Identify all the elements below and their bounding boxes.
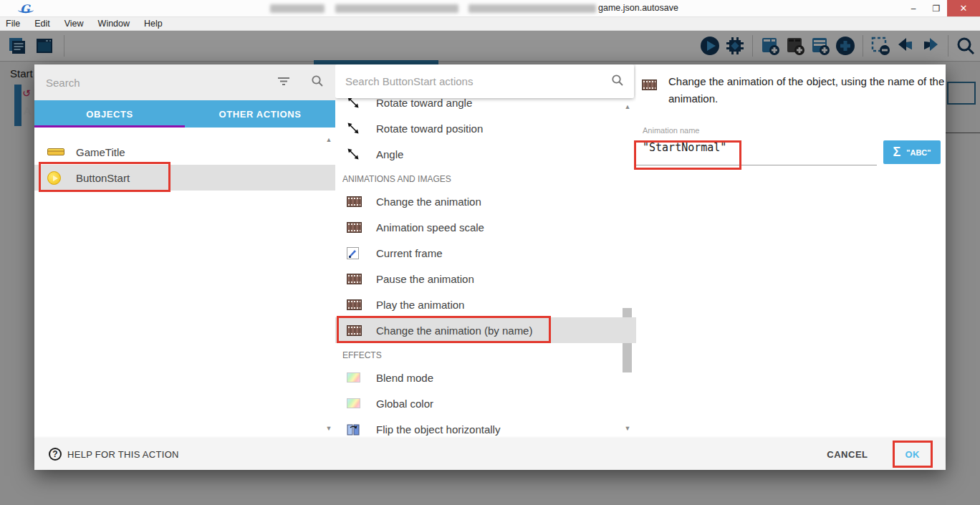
menu-bar: File Edit View Window Help [0, 17, 980, 31]
action-item[interactable]: Animation speed scale [335, 214, 636, 240]
object-tabs: OBJECTS OTHER ACTIONS [34, 100, 335, 128]
object-name: ButtonStart [76, 172, 130, 184]
flip-horizontal-icon [335, 423, 376, 436]
dialog-footer: HELP FOR THIS ACTION CANCEL OK [34, 438, 946, 470]
expression-editor-button[interactable]: Σ "ABC" [883, 140, 941, 164]
action-section-header: EFFECTS [335, 343, 636, 365]
action-list: Rotate toward angle Rotate toward positi… [335, 90, 636, 438]
search-icon[interactable] [311, 74, 324, 90]
film-strip-icon [347, 325, 362, 336]
cancel-button[interactable]: CANCEL [827, 449, 868, 460]
action-item[interactable]: Global color [335, 390, 636, 416]
objects-search-bar [34, 64, 335, 100]
action-section-header: ANIMATIONS AND IMAGES [335, 167, 636, 188]
annotation-box-ok: OK [893, 441, 933, 468]
restore-button[interactable]: ❐ [926, 0, 947, 16]
scroll-down-icon[interactable] [324, 425, 334, 432]
menu-window[interactable]: Window [91, 19, 137, 29]
action-item[interactable]: Flip the object horizontally [335, 416, 636, 438]
action-item[interactable]: Current frame [335, 240, 636, 266]
redacted-title-segment [270, 4, 325, 13]
game-title-thumbnail [47, 148, 64, 155]
title-bar: G game.json.autosave – ❐ ✕ [0, 0, 980, 17]
list-item-buttonstart[interactable]: ButtonStart [34, 165, 335, 191]
window-title: game.json.autosave [598, 3, 678, 13]
help-for-this-action-link[interactable]: HELP FOR THIS ACTION [49, 448, 179, 461]
action-item[interactable]: Change the animation [335, 188, 636, 214]
tab-objects[interactable]: OBJECTS [34, 100, 185, 128]
close-button[interactable]: ✕ [947, 0, 980, 16]
menu-file[interactable]: File [0, 19, 27, 29]
film-strip-icon [347, 196, 362, 207]
action-item-selected[interactable]: Change the animation (by name) [335, 317, 636, 343]
rainbow-icon [347, 398, 360, 408]
tab-other-actions[interactable]: OTHER ACTIONS [185, 100, 335, 128]
instruction-editor-dialog: OBJECTS OTHER ACTIONS GameTitle ButtonSt… [34, 64, 946, 470]
list-item-gametitle[interactable]: GameTitle [34, 139, 335, 165]
action-item[interactable]: Blend mode [335, 365, 636, 390]
animation-name-field[interactable]: "StartNormal" [643, 141, 726, 154]
action-description-row: Change the animation of the object, usin… [642, 73, 949, 107]
film-strip-icon [347, 299, 362, 310]
rotate-arrow-icon [335, 122, 376, 135]
actions-panel: Rotate toward angle Rotate toward positi… [335, 64, 636, 438]
objects-panel: OBJECTS OTHER ACTIONS GameTitle ButtonSt… [34, 64, 335, 438]
action-description: Change the animation of the object, usin… [668, 73, 949, 107]
menu-view[interactable]: View [57, 19, 91, 29]
minimize-button[interactable]: – [901, 0, 926, 16]
field-underline [636, 165, 877, 165]
object-list: GameTitle ButtonStart [34, 139, 335, 191]
scroll-up-icon[interactable] [324, 136, 334, 143]
filter-icon[interactable] [277, 76, 291, 89]
actions-search-bar [335, 64, 634, 98]
play-button-thumbnail [47, 171, 61, 185]
sigma-icon: Σ [893, 145, 900, 160]
redacted-title-segment [469, 4, 596, 13]
ok-button[interactable]: OK [905, 449, 921, 460]
animation-name-label: Animation name [643, 126, 700, 135]
rainbow-icon [347, 372, 360, 383]
action-item[interactable]: Pause the animation [335, 266, 636, 292]
frame-edit-icon [335, 247, 376, 259]
redacted-title-segment [335, 4, 458, 13]
rotate-arrow-icon [335, 148, 376, 160]
film-strip-icon [347, 222, 362, 233]
action-item[interactable]: Play the animation [335, 292, 636, 317]
object-name: GameTitle [76, 146, 125, 158]
actions-search-input[interactable] [335, 75, 611, 87]
gdevelop-logo-icon: G [20, 2, 33, 15]
application-window: G game.json.autosave – ❐ ✕ File Edit Vie… [0, 0, 980, 505]
objects-search-input[interactable] [34, 77, 277, 89]
action-item[interactable]: Angle [335, 141, 636, 167]
menu-help[interactable]: Help [137, 19, 170, 29]
film-strip-icon [347, 274, 362, 284]
menu-edit[interactable]: Edit [27, 19, 57, 29]
action-detail-panel: Change the animation of the object, usin… [636, 64, 946, 438]
search-icon[interactable] [611, 74, 624, 90]
help-icon [49, 448, 62, 461]
action-item[interactable]: Rotate toward position [335, 115, 636, 141]
film-strip-icon [642, 80, 657, 90]
